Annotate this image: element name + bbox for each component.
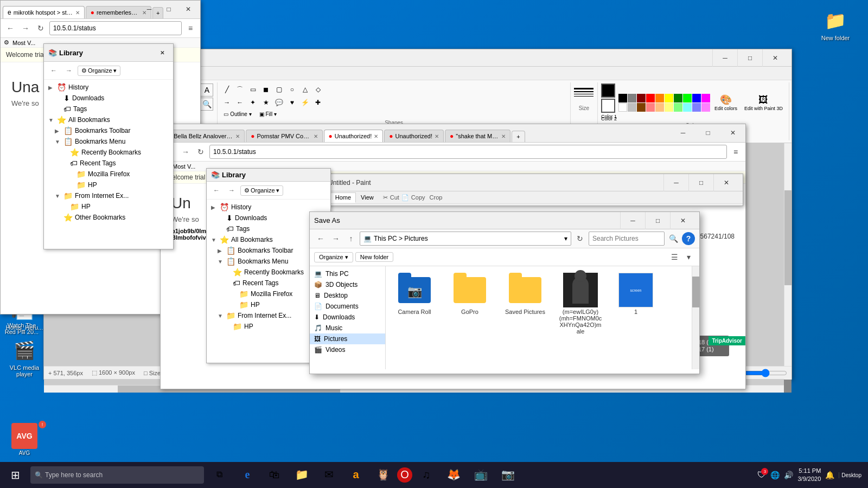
browser2-tab-4[interactable]: ● Unauthorized! ✕ (384, 130, 444, 142)
paint2-home[interactable]: Home (330, 192, 356, 203)
swatch-magenta[interactable] (701, 94, 710, 102)
taskbar-clock[interactable]: 5:11 PM 3/9/2020 (797, 467, 821, 484)
shape-arrow-r[interactable]: → (221, 97, 233, 108)
shape-lightning[interactable]: ⚡ (299, 97, 311, 108)
sidebar-3dobjects[interactable]: 📦 3D Objects (310, 279, 385, 290)
browser1-menu-btn[interactable]: ≡ (184, 22, 197, 35)
shape-plus[interactable]: ✚ (312, 97, 324, 108)
dialog-breadcrumb[interactable]: 💻 This PC > Pictures ▾ (360, 232, 571, 246)
sidebar-pictures[interactable]: 🖼 Pictures (310, 333, 385, 344)
lib2-forward[interactable]: → (225, 184, 238, 197)
file-camera-roll[interactable]: 📷 Camera Roll (390, 271, 439, 337)
text-btn[interactable]: A (200, 84, 213, 97)
lib1-recenttags-item[interactable]: 🏷 Recent Tags (44, 158, 173, 169)
browser1-maximize[interactable]: □ (159, 3, 178, 16)
taskbar-search-bar[interactable]: 🔍 Type here to search (30, 466, 204, 484)
taskbar-amazon[interactable]: a (343, 462, 369, 488)
canvas-scrollbar-v[interactable] (784, 143, 792, 380)
shape-line[interactable]: ╱ (221, 84, 233, 95)
swatch-green[interactable] (674, 94, 682, 102)
taskbar-tripadvisor[interactable]: 🦉 (370, 462, 396, 488)
zoom-slider[interactable] (744, 369, 787, 377)
shape-callout[interactable]: 💬 (273, 97, 285, 108)
desktop-show-btn[interactable]: Desktop (839, 472, 861, 478)
lib1-mozff-item[interactable]: 📁 Mozilla Firefox (44, 169, 173, 179)
volume-icon[interactable]: 🔊 (784, 471, 793, 479)
browser1-back-btn[interactable]: ← (4, 22, 17, 35)
browser2-tab-5[interactable]: ● "shake that Monkey" - Be... ✕ (445, 130, 510, 142)
organize-dropdown-btn[interactable]: Organize ▾ (314, 252, 353, 262)
dialog-search-input[interactable] (589, 232, 665, 246)
action-center-icon[interactable]: 🔔 (825, 471, 834, 479)
swatch-lightyellow[interactable] (665, 103, 673, 112)
dialog-view-btn[interactable]: ☰ (668, 251, 681, 264)
edit-with-3d-btn[interactable]: 🖼 Edit with Paint 3D (742, 93, 786, 113)
browser2-tab-3[interactable]: ● Unauthorized! ✕ (324, 130, 384, 142)
paint-maximize-btn[interactable]: □ (737, 49, 762, 67)
browser2-minimize[interactable]: ─ (671, 124, 695, 142)
browser2-menu[interactable]: ≡ (729, 145, 742, 158)
swatch-brown[interactable] (637, 103, 646, 112)
shape-curve[interactable]: ⌒ (234, 84, 246, 95)
file-gopro[interactable]: GoPro (445, 271, 494, 337)
browser1-close[interactable]: ✕ (178, 3, 198, 16)
paint2-minimize[interactable]: ─ (663, 174, 688, 191)
lib1-back[interactable]: ← (47, 64, 60, 77)
browser2-new-tab[interactable]: + (512, 131, 525, 142)
dialog-search-btn[interactable]: 🔍 (667, 232, 680, 245)
size-line-3[interactable] (574, 94, 593, 94)
network-icon[interactable]: 🌐 (770, 471, 780, 479)
dialog-minimize[interactable]: ─ (620, 212, 645, 229)
shape-rect-fill[interactable]: ◼ (260, 84, 272, 95)
sidebar-videos[interactable]: 🎬 Videos (310, 344, 385, 355)
swatch-periwinkle[interactable] (692, 103, 701, 112)
taskbar-store[interactable]: 🛍 (261, 462, 288, 488)
vlc-icon[interactable]: 🎬 VLC media player (3, 335, 46, 380)
swatch-yellow[interactable] (665, 94, 673, 102)
swatch-lime[interactable] (683, 94, 692, 102)
shape-arrow-l[interactable]: ← (234, 97, 246, 108)
outline-btn[interactable]: ▭ Outline ▾ (221, 110, 254, 119)
dialog-up[interactable]: ↑ (344, 232, 358, 245)
start-button[interactable]: ⊞ (2, 462, 28, 488)
browser1-refresh-btn[interactable]: ↻ (34, 22, 47, 35)
lib1-otherbm-item[interactable]: ⭐ Other Bookmarks (44, 212, 173, 223)
swatch-silver[interactable] (628, 103, 636, 112)
browser2-refresh[interactable]: ↻ (194, 145, 207, 158)
swatch-lavender[interactable] (701, 103, 710, 112)
lib2-organize-btn[interactable]: ⚙ Organize ▾ (240, 185, 283, 196)
paint2-maximize[interactable]: □ (688, 174, 713, 191)
swatch-orange[interactable] (655, 94, 664, 102)
lib1-tags-item[interactable]: 🏷 Tags (44, 104, 173, 114)
magnify-btn[interactable]: 🔍 (200, 98, 213, 111)
dialog-back[interactable]: ← (314, 232, 327, 245)
browser2-tab-1[interactable]: ● Bella Bellz Analovers Anal... ✕ (163, 130, 245, 142)
taskbar-edge[interactable]: e (234, 462, 260, 488)
taskbar-firefox[interactable]: 🦊 (441, 462, 467, 488)
shape-triangle[interactable]: △ (299, 84, 311, 95)
lib1-hp1-item[interactable]: 📁 HP (44, 179, 173, 190)
browser1-tab-1[interactable]: e mikrotik hotspot > status - Microsoft … (3, 6, 85, 18)
taskbar-camera-app[interactable]: 📷 (495, 462, 521, 488)
b2-tab1-close[interactable]: ✕ (235, 133, 240, 139)
lib1-organize-btn[interactable]: ⚙ Organize ▾ (78, 66, 120, 76)
lib1-recentbm-item[interactable]: ⭐ Recently Bookmarks (44, 147, 173, 158)
swatch-gray[interactable] (628, 94, 636, 102)
swatch-blue[interactable] (692, 94, 701, 102)
bookmarks-gear[interactable]: ⚙ (4, 39, 9, 46)
taskbar-winamp[interactable]: ♫ (413, 462, 439, 488)
swatch-peach[interactable] (655, 103, 664, 112)
paint-close-btn[interactable]: ✕ (762, 49, 787, 67)
sidebar-documents[interactable]: 📄 Documents (310, 301, 385, 312)
swatch-white[interactable] (618, 103, 627, 112)
paint2-view[interactable]: View (356, 192, 379, 202)
shape-rect[interactable]: ▭ (247, 84, 259, 95)
file-silhouette[interactable]: (m=ewILG0y)(mh=FMNOM0cXHYnQa42O)male (556, 271, 605, 337)
taskbar-opera[interactable]: O (397, 467, 412, 483)
sidebar-music[interactable]: 🎵 Music (310, 323, 385, 333)
desktop-icon-newfolder[interactable]: 📁 New folder (814, 5, 857, 43)
lib1-fromie-item[interactable]: ▼ 📁 From Internet Ex... (44, 190, 173, 201)
desktop-avg[interactable]: AVG AVG ! (3, 421, 46, 458)
dialog-close[interactable]: ✕ (670, 212, 695, 229)
shape-heart[interactable]: ♥ (286, 97, 298, 108)
